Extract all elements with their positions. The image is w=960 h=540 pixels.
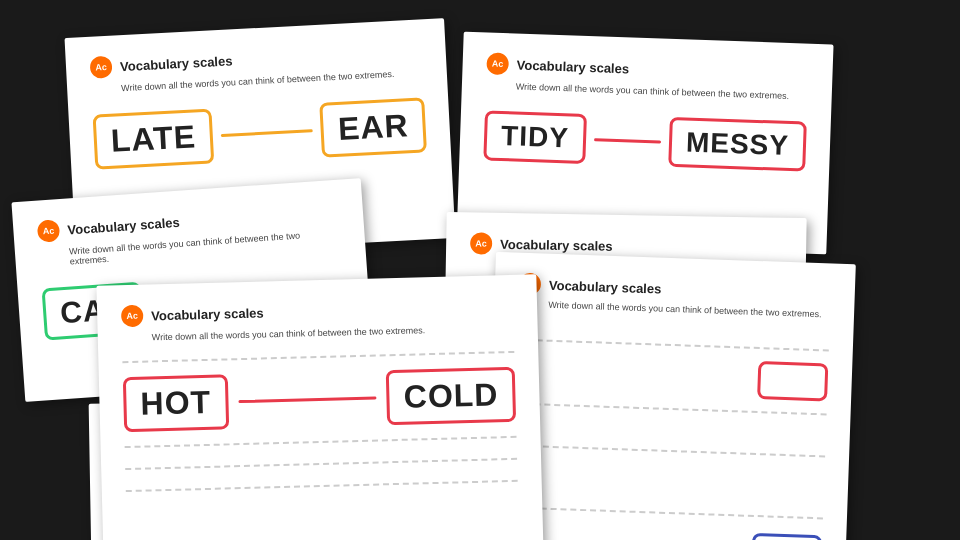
subtitle-hot: Write down all the words you can think o… (152, 323, 514, 342)
word-early: EAR (320, 97, 427, 157)
answer-box-2 (751, 533, 822, 540)
title-tidy: Vocabulary scales (516, 57, 629, 76)
logo-hot: Ac (121, 305, 144, 328)
word-late: LATE (93, 108, 215, 169)
title-late: Vocabulary scales (120, 53, 233, 74)
subtitle-tidy: Write down all the words you can think o… (516, 81, 808, 101)
word-cold: COLD (386, 367, 516, 425)
title-hot: Vocabulary scales (151, 305, 264, 323)
title-right: Vocabulary scales (549, 277, 662, 296)
answer-box-1 (757, 361, 828, 401)
title-angry: Vocabulary scales (500, 236, 613, 253)
logo-calm: Ac (37, 219, 60, 242)
word-hot: HOT (123, 374, 229, 432)
worksheet-hot-cold: Ac Vocabulary scales Write down all the … (96, 274, 543, 540)
logo-tidy: Ac (486, 52, 509, 75)
word-tidy: TIDY (483, 110, 586, 164)
word-messy: MESSY (668, 117, 807, 172)
title-calm: Vocabulary scales (67, 214, 180, 237)
logo-late: Ac (90, 56, 113, 79)
logo-angry: Ac (470, 232, 492, 254)
